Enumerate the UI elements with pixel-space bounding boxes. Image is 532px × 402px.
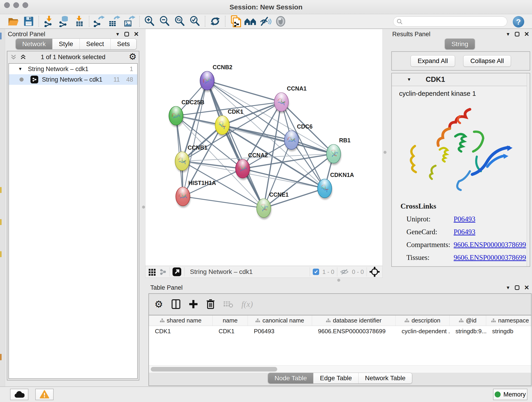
network-edge[interactable] — [207, 81, 264, 208]
tab-network-table[interactable]: Network Table — [358, 373, 412, 383]
tab-edge-table[interactable]: Edge Table — [313, 373, 358, 383]
network-node-HIST1H1A[interactable] — [176, 187, 190, 208]
birdseye-icon[interactable] — [370, 267, 380, 277]
crosslink-link[interactable]: P06493 — [454, 228, 475, 236]
show-selected-button[interactable] — [273, 15, 288, 28]
panel-float-icon[interactable] — [124, 32, 129, 36]
search-input[interactable] — [403, 18, 507, 25]
network-node-CDC25B[interactable] — [169, 106, 184, 127]
tab-sets[interactable]: Sets — [110, 39, 136, 49]
network-edge[interactable] — [182, 161, 243, 169]
export-table-button[interactable] — [107, 15, 122, 28]
export-network-button[interactable] — [92, 15, 107, 28]
network-canvas[interactable]: CCNB2CCNA1CDC25BCDK1CDC6RB1CCNB1CCNA2CDK… — [145, 29, 383, 266]
panel-float-icon[interactable] — [515, 32, 519, 36]
splitter-handle[interactable] — [384, 151, 386, 154]
expand-all-button[interactable]: Expand All — [411, 55, 455, 67]
crosslink-link[interactable]: 9606.ENSP00000378699 — [454, 241, 526, 249]
cloud-status-button[interactable] — [10, 389, 28, 400]
delete-column-button[interactable] — [206, 299, 215, 309]
panel-menu-icon[interactable]: ▼ — [506, 32, 510, 37]
crosslink-link[interactable]: P06493 — [454, 266, 475, 267]
network-row[interactable]: String Network – cdk1 11 48 — [9, 74, 137, 85]
network-edge[interactable] — [183, 196, 264, 208]
tab-select[interactable]: Select — [80, 39, 110, 49]
refresh-view-button[interactable] — [208, 15, 223, 28]
tab-node-table[interactable]: Node Table — [268, 373, 313, 383]
network-node-CDKN1A[interactable] — [317, 179, 332, 200]
table-options-button[interactable]: ⚙ — [154, 299, 163, 310]
memory-status-button[interactable]: Memory — [493, 389, 527, 400]
crosslink-link[interactable]: 9606.ENSP00000378699 — [454, 254, 526, 262]
grid-view-icon[interactable] — [148, 268, 156, 276]
column-header-canonical-name[interactable]: canonical name — [248, 315, 312, 326]
help-button[interactable]: ? — [513, 16, 524, 27]
network-edge[interactable] — [183, 81, 207, 196]
network-graph[interactable]: CCNB2CCNA1CDC25BCDK1CDC6RB1CCNB1CCNA2CDK… — [146, 29, 383, 266]
save-session-button[interactable] — [21, 15, 36, 28]
gene-disclosure-icon[interactable]: ▼ — [407, 77, 411, 82]
detach-view-icon[interactable] — [172, 267, 181, 276]
control-panel-splitter[interactable] — [142, 29, 145, 386]
share-view-icon[interactable] — [159, 268, 167, 275]
tab-string[interactable]: String — [445, 39, 475, 49]
results-scrollbar[interactable] — [527, 73, 530, 266]
panel-menu-icon[interactable]: ▼ — [115, 32, 120, 37]
import-table-from-file-button[interactable] — [71, 15, 87, 28]
zoom-in-button[interactable] — [142, 15, 157, 28]
panel-close-icon[interactable]: ✕ — [524, 31, 529, 38]
panel-float-icon[interactable] — [515, 285, 519, 290]
collapse-all-button[interactable]: Collapse All — [463, 55, 511, 67]
network-edge[interactable] — [222, 125, 334, 154]
show-all-button[interactable] — [243, 15, 258, 28]
network-collection-row[interactable]: ▼ String Network – cdk1 1 — [9, 64, 137, 74]
network-node-CCNB1[interactable] — [175, 152, 190, 172]
gene-header-row[interactable]: ▼ CDK1 — [392, 73, 530, 86]
network-options-gear-icon[interactable]: ⚙ — [129, 51, 137, 62]
panel-menu-icon[interactable]: ▼ — [506, 285, 510, 290]
table-row[interactable]: CDK1CDK1P064939606.ENSP00000378699cyclin… — [149, 326, 531, 337]
panel-close-icon[interactable]: ✕ — [133, 31, 139, 38]
table-cell[interactable]: CDK1 — [149, 326, 213, 337]
scrollbar-thumb[interactable] — [151, 367, 277, 371]
import-network-from-file-button[interactable] — [41, 15, 56, 28]
string-import-button[interactable] — [228, 15, 243, 28]
table-cell[interactable]: stringdb — [486, 326, 531, 337]
add-column-button[interactable] — [189, 299, 198, 309]
column-header-name[interactable]: name — [213, 315, 248, 326]
zoom-out-button[interactable] — [157, 15, 172, 28]
column-header-@id[interactable]: @id — [450, 315, 486, 326]
column-header-shared-name[interactable]: shared name — [149, 315, 213, 326]
import-network-from-database-button[interactable] — [56, 15, 71, 28]
results-panel-splitter[interactable] — [383, 29, 388, 278]
table-horizontal-scrollbar[interactable] — [149, 365, 531, 373]
panel-close-icon[interactable]: ✕ — [524, 284, 529, 291]
table-cell[interactable]: stringdb:9... — [450, 326, 486, 337]
column-header-database-identifier[interactable]: database identifier — [312, 315, 396, 326]
network-node-RB1[interactable] — [326, 144, 341, 165]
warning-status-button[interactable] — [35, 389, 54, 400]
collection-disclosure-icon[interactable]: ▼ — [18, 66, 22, 71]
network-node-CCNE1[interactable] — [257, 199, 271, 219]
table-cell[interactable]: CDK1 — [213, 326, 248, 337]
fit-content-button[interactable] — [172, 15, 187, 28]
open-session-button[interactable] — [6, 15, 21, 28]
crosslink-link[interactable]: P06493 — [454, 215, 475, 223]
search-field[interactable] — [393, 17, 507, 27]
export-image-button[interactable] — [122, 15, 137, 28]
show-columns-button[interactable] — [171, 299, 181, 309]
column-header-namespace[interactable]: namespace — [486, 315, 531, 326]
splitter-handle[interactable] — [337, 279, 340, 282]
zoom-selected-button[interactable] — [187, 15, 203, 28]
tab-network[interactable]: Network — [16, 39, 52, 49]
table-cell[interactable]: P06493 — [248, 326, 312, 337]
network-node-CCNB2[interactable] — [200, 71, 215, 92]
network-edge[interactable] — [243, 169, 325, 188]
column-header-description[interactable]: description — [396, 315, 450, 326]
table-cell[interactable]: cyclin-dependent ... — [396, 326, 450, 337]
table-cell[interactable]: 9606.ENSP00000378699 — [312, 326, 396, 337]
hide-selected-button[interactable] — [258, 15, 273, 28]
tab-style[interactable]: Style — [52, 39, 80, 49]
splitter-handle[interactable] — [142, 206, 145, 209]
table-panel-splitter[interactable] — [145, 278, 532, 282]
